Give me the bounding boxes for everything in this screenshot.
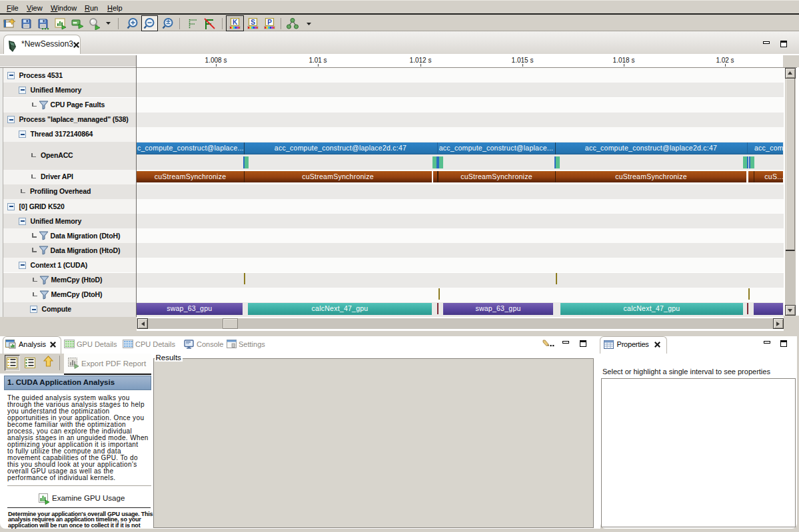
svg-text:K: K — [233, 18, 238, 25]
svg-text:P: P — [267, 18, 272, 25]
svg-text:S: S — [251, 18, 255, 25]
